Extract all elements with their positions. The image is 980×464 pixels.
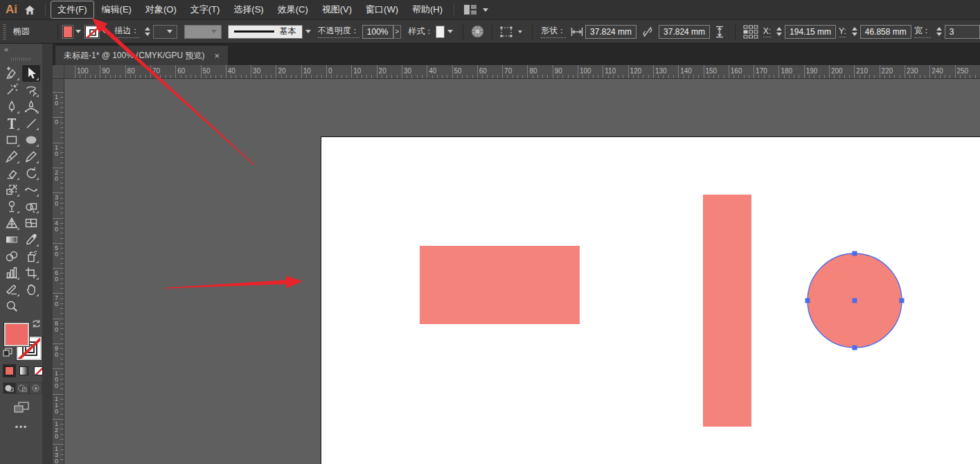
x-stepper[interactable]: [776, 27, 782, 36]
control-bar: 椭圆 描边： 基本 不透明度： 100% > 样式：: [0, 19, 980, 44]
vertical-rectangle[interactable]: [703, 195, 751, 427]
menu-item-8[interactable]: 窗口(W): [359, 1, 404, 18]
artboard-tool-tool-icon[interactable]: [22, 265, 40, 281]
align-bounds-icon[interactable]: [499, 26, 513, 38]
scale-tool-icon[interactable]: [3, 181, 21, 198]
width-tool-tool-icon[interactable]: [22, 181, 40, 198]
menu-item-7[interactable]: 视图(V): [316, 1, 358, 18]
opacity-label[interactable]: 不透明度：: [318, 25, 359, 38]
pencil-tool-icon[interactable]: [22, 148, 40, 165]
horizontal-ruler[interactable]: 1009080706050403020100102030405060708090…: [53, 65, 980, 79]
curvature-tool-icon[interactable]: [22, 98, 40, 115]
perspective-grid-tool-icon[interactable]: [3, 215, 21, 231]
menu-item-3[interactable]: 对象(O): [139, 1, 183, 18]
home-icon[interactable]: [24, 5, 35, 15]
pen-plus-tool-icon[interactable]: [3, 65, 21, 82]
blend-tool-icon[interactable]: [3, 248, 21, 265]
mesh-tool-icon[interactable]: [22, 215, 40, 231]
swap-fill-stroke-icon[interactable]: [31, 319, 42, 332]
x-input[interactable]: 194.15 mm: [785, 25, 836, 39]
width-stepper[interactable]: [936, 27, 942, 36]
y-input[interactable]: 46.858 mm: [860, 25, 911, 39]
stroke-weight-dropdown[interactable]: [153, 25, 177, 39]
ellipse-tool-icon[interactable]: [22, 132, 40, 148]
shape-height-icon: [715, 26, 724, 38]
opacity-input[interactable]: 100%: [362, 25, 393, 39]
pen-tool-icon[interactable]: [3, 98, 21, 115]
stroke-weight-label[interactable]: 描边：: [114, 25, 139, 38]
draw-inside-mode[interactable]: [29, 382, 42, 394]
menu-item-4[interactable]: 文字(T): [184, 1, 226, 18]
none-button[interactable]: [32, 364, 45, 377]
menu-item-1[interactable]: 文件(F): [51, 1, 94, 19]
draw-normal-mode[interactable]: [3, 382, 16, 394]
workspace-icon: [464, 5, 476, 15]
stroke-style-chevron-icon[interactable]: [305, 30, 311, 33]
lasso-tool-icon[interactable]: [22, 82, 40, 98]
color-fill-button[interactable]: [3, 364, 16, 377]
panel-grip[interactable]: [3, 24, 6, 39]
draw-behind-mode[interactable]: [16, 382, 29, 394]
y-stepper[interactable]: [852, 27, 857, 36]
document-title: 未标题-1* @ 100% (CMYK/GPU 预览): [64, 50, 205, 62]
shape-builder-tool-icon[interactable]: [22, 198, 40, 215]
magic-wand-tool-icon[interactable]: [3, 82, 21, 98]
fill-chevron-icon[interactable]: [75, 30, 81, 33]
fill-color-swatch[interactable]: [63, 26, 73, 38]
selected-ellipse[interactable]: [802, 248, 907, 353]
width-label[interactable]: 宽：: [914, 25, 931, 38]
graphic-style-swatch[interactable]: [436, 26, 445, 38]
menu-item-5[interactable]: 选择(S): [227, 1, 269, 18]
fill-swatch[interactable]: [4, 323, 29, 346]
change-screen-mode-icon[interactable]: [14, 402, 29, 417]
workspace-switcher[interactable]: [464, 5, 492, 15]
tab-close-icon[interactable]: ×: [215, 51, 220, 61]
bounds-chevron-icon[interactable]: [518, 30, 522, 33]
y-label[interactable]: Y:: [839, 26, 846, 37]
stroke-chevron-icon[interactable]: [102, 30, 107, 33]
unlink-dimensions-icon[interactable]: [642, 26, 653, 38]
edit-toolbar-icon[interactable]: •••: [0, 422, 43, 432]
rotate-tool-icon[interactable]: [22, 165, 40, 181]
x-label[interactable]: X:: [763, 26, 771, 37]
stroke-color-swatch[interactable]: [85, 26, 99, 38]
gradient-tool-icon[interactable]: [3, 231, 21, 248]
selection-tool-icon[interactable]: [22, 65, 40, 82]
type-tool-icon[interactable]: [3, 115, 21, 132]
shape-width-input[interactable]: 37.824 mm: [585, 25, 636, 39]
ruler-origin-corner[interactable]: [53, 65, 64, 79]
reference-point-grid-icon[interactable]: [743, 25, 758, 39]
paintbrush-tool-icon[interactable]: [3, 148, 21, 165]
shape-label[interactable]: 形状：: [541, 25, 566, 38]
recolor-artwork-icon[interactable]: [471, 25, 484, 38]
illustrator-window: Ai 文件(F)编辑(E)对象(O)文字(T)选择(S)效果(C)视图(V)窗口…: [0, 0, 980, 464]
vertical-ruler[interactable]: 1 001 02 03 04 05 06 07 08 09 01 0 01 1 …: [53, 79, 64, 464]
zoom-tool-icon[interactable]: [3, 298, 21, 314]
default-colors-icon[interactable]: [3, 348, 12, 360]
menu-item-9[interactable]: 帮助(H): [406, 1, 449, 18]
collapse-panel-icon[interactable]: «: [0, 44, 42, 55]
menu-bar: Ai 文件(F)编辑(E)对象(O)文字(T)选择(S)效果(C)视图(V)窗口…: [0, 0, 980, 19]
canvas[interactable]: [64, 79, 980, 464]
gradient-button[interactable]: [17, 364, 30, 377]
variable-width-profile[interactable]: 基本: [228, 25, 303, 39]
document-tab[interactable]: 未标题-1* @ 100% (CMYK/GPU 预览) ×: [55, 46, 228, 65]
shape-height-input[interactable]: 37.824 mm: [659, 25, 710, 39]
eraser-tool-icon[interactable]: [3, 165, 21, 181]
slice-tool-icon[interactable]: [3, 281, 21, 298]
stroke-weight-stepper[interactable]: [145, 27, 150, 36]
puppet-pin-tool-icon[interactable]: [3, 198, 21, 215]
menu-item-6[interactable]: 效果(C): [271, 1, 314, 18]
width-input[interactable]: 3: [945, 25, 980, 39]
style-chevron-icon[interactable]: [447, 30, 453, 33]
line-tool-icon[interactable]: [22, 115, 40, 132]
eyedropper-tool-icon[interactable]: [22, 231, 40, 248]
hand-tool-icon[interactable]: [22, 281, 40, 298]
tools-grip[interactable]: [11, 57, 32, 61]
menu-item-2[interactable]: 编辑(E): [96, 1, 138, 18]
rectangle-tool-icon[interactable]: [3, 132, 21, 148]
graph-tool-icon[interactable]: [3, 265, 21, 281]
horizontal-rectangle[interactable]: [420, 246, 580, 324]
opacity-more-button[interactable]: >: [393, 25, 401, 39]
symbol-sprayer-tool-icon[interactable]: [22, 248, 40, 265]
